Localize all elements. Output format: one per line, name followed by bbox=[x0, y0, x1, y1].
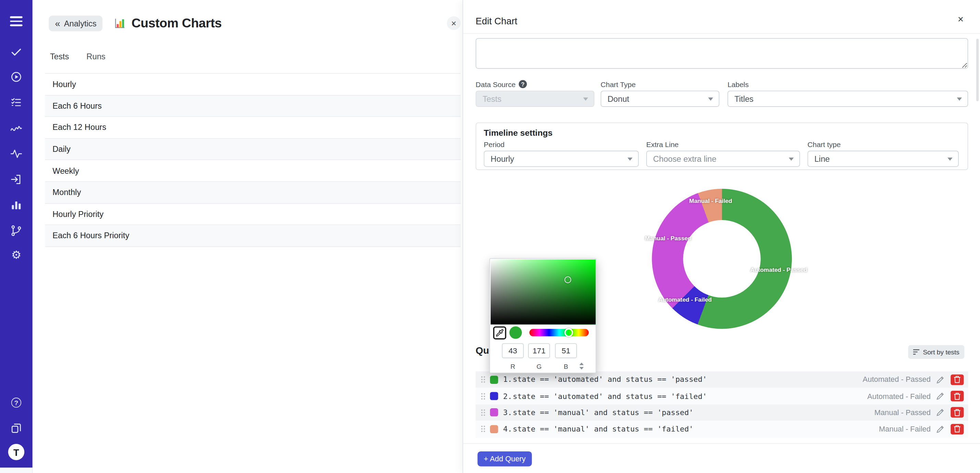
query-index: 1. bbox=[503, 375, 512, 384]
chart-list-item[interactable]: Monthly bbox=[45, 182, 461, 204]
drawer-title: Edit Chart bbox=[476, 16, 517, 26]
trash-icon bbox=[954, 392, 961, 400]
edit-query-icon[interactable] bbox=[936, 376, 944, 384]
bar-chart-emoji-icon bbox=[114, 17, 126, 29]
blue-input[interactable] bbox=[555, 343, 577, 358]
edit-query-icon[interactable] bbox=[936, 425, 944, 433]
back-button-label: Analytics bbox=[64, 19, 97, 28]
chart-list-item[interactable]: Weekly bbox=[45, 161, 461, 182]
close-panel-button[interactable]: × bbox=[447, 16, 461, 30]
query-expression: state == 'manual' and status == 'failed' bbox=[513, 425, 694, 433]
color-mode-toggle[interactable] bbox=[578, 361, 585, 370]
red-label: R bbox=[502, 363, 524, 370]
edit-query-icon[interactable] bbox=[936, 409, 944, 417]
back-to-analytics-button[interactable]: « Analytics bbox=[49, 16, 103, 31]
drag-handle-icon[interactable] bbox=[481, 392, 486, 400]
data-source-field: Data Source ? Tests bbox=[476, 80, 595, 107]
donut-segment-label: Automated - Passed bbox=[750, 266, 807, 273]
extra-line-select[interactable]: Choose extra line bbox=[646, 151, 800, 167]
activity-icon[interactable] bbox=[0, 147, 33, 161]
chart-list-item[interactable]: Each 6 Hours Priority bbox=[45, 225, 461, 247]
help-icon[interactable]: ? bbox=[519, 80, 527, 88]
extra-line-field: Extra Line Choose extra line bbox=[646, 140, 800, 167]
scrollbar-thumb[interactable] bbox=[976, 39, 978, 101]
current-color-swatch bbox=[509, 326, 522, 339]
chart-type-select[interactable]: Donut bbox=[601, 91, 719, 107]
up-down-icon bbox=[579, 362, 584, 369]
labels-select[interactable]: Titles bbox=[727, 91, 968, 107]
chart-list-item[interactable]: Each 12 Hours bbox=[45, 117, 461, 139]
tests-icon[interactable] bbox=[0, 45, 33, 60]
data-source-label: Data Source bbox=[476, 80, 516, 88]
delete-query-button[interactable] bbox=[951, 374, 964, 385]
drag-handle-icon[interactable] bbox=[481, 425, 486, 433]
chart-list-item[interactable]: Hourly bbox=[45, 74, 461, 95]
query-row: 4. state == 'manual' and status == 'fail… bbox=[476, 421, 968, 437]
drag-handle-icon[interactable] bbox=[481, 409, 486, 416]
scroll-corner bbox=[0, 468, 33, 473]
saturation-area[interactable] bbox=[491, 260, 595, 325]
query-color-swatch[interactable] bbox=[490, 376, 498, 384]
query-row: 1. state == 'automated' and status == 'p… bbox=[476, 371, 968, 388]
chevron-down-icon bbox=[708, 98, 713, 101]
donut-chart: Manual - Failed Automated - Passed Autom… bbox=[652, 189, 792, 329]
donut-hole bbox=[683, 220, 761, 298]
delete-query-button[interactable] bbox=[951, 391, 964, 401]
import-icon[interactable] bbox=[0, 172, 33, 187]
sort-by-tests-button[interactable]: Sort by tests bbox=[908, 345, 964, 359]
panel-header: « Analytics Custom Charts × bbox=[49, 14, 444, 33]
period-value: Hourly bbox=[491, 154, 514, 164]
eyedropper-button[interactable] bbox=[493, 326, 506, 339]
trash-icon bbox=[954, 376, 961, 384]
runs-icon[interactable] bbox=[0, 69, 33, 84]
menu-icon[interactable] bbox=[0, 14, 33, 29]
period-field: Period Hourly bbox=[484, 140, 639, 167]
period-select[interactable]: Hourly bbox=[484, 151, 639, 167]
eyedropper-icon bbox=[495, 329, 504, 337]
drag-handle-icon[interactable] bbox=[481, 376, 486, 384]
green-label: G bbox=[528, 363, 550, 370]
chart-list-item[interactable]: Each 6 Hours bbox=[45, 95, 461, 117]
query-color-swatch[interactable] bbox=[490, 392, 498, 400]
close-drawer-button[interactable]: × bbox=[955, 14, 966, 25]
settings-icon[interactable]: ⚙ bbox=[0, 247, 33, 263]
query-row: 2. state == 'automated' and status == 'f… bbox=[476, 388, 968, 405]
query-color-swatch[interactable] bbox=[490, 425, 498, 433]
red-input[interactable] bbox=[502, 343, 524, 358]
tab-runs[interactable]: Runs bbox=[86, 52, 105, 61]
hue-pointer[interactable] bbox=[564, 328, 573, 337]
hue-slider[interactable] bbox=[530, 329, 589, 336]
extra-line-placeholder: Choose extra line bbox=[653, 154, 716, 164]
delete-query-button[interactable] bbox=[951, 407, 964, 418]
donut-segment-label: Manual - Failed bbox=[689, 197, 732, 204]
trash-icon bbox=[954, 425, 961, 433]
data-source-value: Tests bbox=[482, 94, 501, 104]
tab-tests[interactable]: Tests bbox=[50, 52, 69, 61]
chart-description-input[interactable] bbox=[476, 38, 968, 68]
edit-query-icon[interactable] bbox=[936, 392, 944, 400]
app-logo[interactable]: T bbox=[0, 443, 33, 461]
chart-list-item[interactable]: Hourly Priority bbox=[45, 204, 461, 225]
help-icon[interactable]: ? bbox=[0, 395, 33, 410]
delete-query-button[interactable] bbox=[951, 424, 964, 434]
chart-type-field: Chart Type Donut bbox=[601, 80, 719, 107]
timeline-settings: Timeline settings Period Hourly Extra Li… bbox=[476, 123, 968, 170]
saturation-pointer[interactable] bbox=[564, 277, 571, 283]
branch-icon[interactable] bbox=[0, 223, 33, 238]
trends-icon[interactable] bbox=[0, 121, 33, 136]
analytics-icon[interactable] bbox=[0, 197, 33, 212]
projects-icon[interactable] bbox=[0, 421, 33, 436]
timeline-chart-type-select[interactable]: Line bbox=[808, 151, 959, 167]
data-source-select[interactable]: Tests bbox=[476, 91, 595, 107]
page-title: Custom Charts bbox=[132, 16, 222, 31]
chart-list-item[interactable]: Daily bbox=[45, 139, 461, 161]
test-plans-icon[interactable] bbox=[0, 95, 33, 110]
timeline-chart-type-value: Line bbox=[815, 154, 830, 164]
add-query-button[interactable]: + Add Query bbox=[478, 451, 532, 467]
labels-label: Labels bbox=[727, 80, 749, 88]
query-result-label: Automated - Passed bbox=[863, 375, 931, 384]
query-list: 1. state == 'automated' and status == 'p… bbox=[476, 371, 968, 437]
chevron-down-icon bbox=[583, 98, 589, 101]
query-color-swatch[interactable] bbox=[490, 409, 498, 417]
green-input[interactable] bbox=[528, 343, 550, 358]
